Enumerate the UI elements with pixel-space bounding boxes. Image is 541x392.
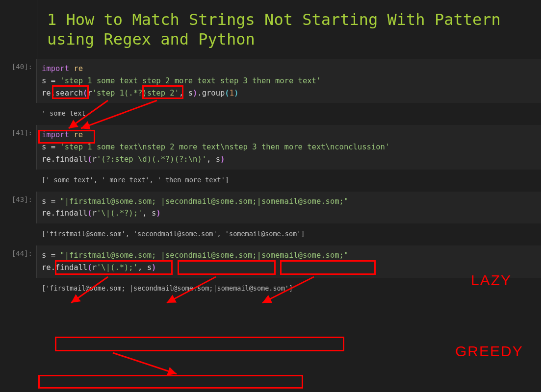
n: 1 [230,89,234,98]
p: ) [193,89,197,98]
cell-44-input[interactable]: [44]: s = "|firstmail@some.som; |secondm… [0,245,541,278]
p: ( [87,209,92,218]
p: ( [87,263,92,272]
arrow-greedy [108,350,196,377]
t: r [92,263,97,272]
str: '\|(.*?);' [97,209,142,218]
label-greedy: GREEDY [455,343,523,360]
cell-40-input[interactable]: [40]: import re s = 'step 1 some text st… [0,59,541,103]
p: ( [87,155,92,164]
cell-43-code[interactable]: s = "|firstmail@some.som; |secondmail@so… [37,192,541,224]
page-title: 1 How to Match Strings Not Starting With… [37,0,541,59]
op: = [51,197,60,206]
p: ) [152,263,156,272]
t: , s [142,209,156,218]
mod: re [74,130,83,139]
t: s [42,76,51,85]
t: re.findall [42,263,87,272]
cell-44-code[interactable]: s = "|firstmail@some.som; |secondmail@so… [37,245,541,278]
p: ( [83,89,87,98]
op: = [51,143,60,151]
t: r [87,89,92,98]
str: 'step 1(.*?)step 2' [92,89,179,98]
op: = [51,76,60,85]
cell-43-output-text: ['firstmail@some.som', 'secondmail@some.… [37,223,541,245]
t: r [92,155,97,164]
anno-box-greedy-string [55,337,344,351]
mod: re [74,64,83,73]
cell-41-prompt: [41]: [0,125,37,169]
kw: import [42,64,69,73]
cell-41-output: [' some text', ' more text', ' then more… [0,170,541,192]
t: re.search [42,89,83,98]
str: 'step 1 some text step 2 more text step … [60,76,321,85]
cell-44-output: ['firstmail@some.som; |secondmail@some.s… [0,278,541,300]
str: "|firstmail@some.som; |secondmail@some.s… [60,251,348,260]
cell-41-output-text: [' some text', ' more text', ' then more… [37,170,541,192]
kw: import [42,130,69,139]
cell-43-output: ['firstmail@some.som', 'secondmail@some.… [0,223,541,245]
op: = [51,251,60,260]
cell-40-output: ' some text ' [0,103,541,125]
cell-44-prompt: [44]: [0,245,37,278]
t: re.findall [42,209,87,218]
p: ) [220,155,225,164]
cell-41-code[interactable]: import re s = 'step 1 some text\nstep 2 … [37,125,541,169]
t: s [42,251,51,260]
t: , s [138,263,152,272]
t: s [42,143,51,151]
cell-43-prompt: [43]: [0,192,37,224]
p: ( [225,89,229,98]
svg-line-5 [113,353,177,374]
label-lazy: LAZY [471,272,512,289]
cell-43-input[interactable]: [43]: s = "|firstmail@some.som; |secondm… [0,192,541,224]
str: "|firstmail@some.som; |secondmail@some.s… [60,197,348,206]
p: ) [156,209,160,218]
t: .group [197,89,225,98]
cell-40-output-text: ' some text ' [37,103,541,125]
t: , s [179,89,193,98]
cell-40-code[interactable]: import re s = 'step 1 some text step 2 m… [37,59,541,103]
str: '\|(.*);' [97,263,138,272]
t: r [92,209,97,218]
str: '(?:step \d)(.*?)(?:\n)' [97,155,206,164]
t: re.findall [42,155,87,164]
cell-40-prompt: [40]: [0,59,37,103]
t: s [42,197,51,206]
anno-box-greedy-output [38,375,303,389]
p: ) [234,89,238,98]
str: 'step 1 some text\nstep 2 more text\nste… [60,143,389,151]
t: , s [206,155,220,164]
cell-44-output-text: ['firstmail@some.som; |secondmail@some.s… [37,278,541,300]
cell-41-input[interactable]: [41]: import re s = 'step 1 some text\ns… [0,125,541,169]
